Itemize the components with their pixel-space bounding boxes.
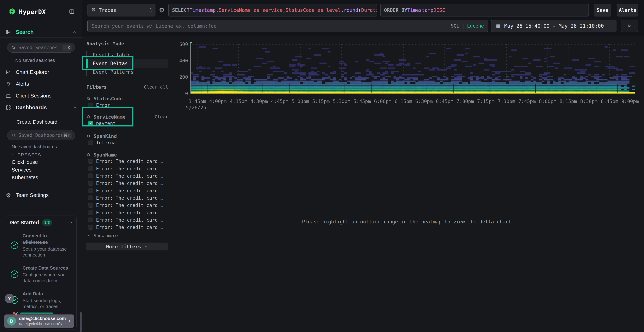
filter-group-header: SpanName — [86, 152, 168, 158]
time-range-value: May 26 15:40:00 - May 26 21:10:00 — [504, 23, 604, 29]
analysis-mode-tab[interactable]: Event Deltas — [86, 59, 168, 68]
checkbox[interactable]: ✓ — [88, 203, 93, 208]
saved-dashboards-field[interactable] — [18, 132, 62, 138]
filter-group-header: SpanKind — [86, 134, 168, 139]
saved-searches-input[interactable]: ⌘K — [7, 42, 75, 52]
search-icon[interactable] — [86, 134, 91, 139]
mode-lucene[interactable]: Lucene — [467, 23, 484, 28]
filter-option[interactable]: ✓ Error: The credit card … — [88, 180, 168, 187]
source-settings-gear-icon[interactable]: ⚙ — [156, 4, 168, 16]
more-filters-button[interactable]: More filters — [86, 242, 168, 250]
sidebar-item-client-sessions[interactable]: Client Sessions — [0, 92, 82, 100]
laptop-icon — [6, 93, 11, 98]
get-started-header[interactable]: Get Started 3/3 — [6, 216, 76, 226]
x-tick-label: 6:15pm — [395, 98, 412, 104]
get-started-item-texts: Connect to ClickHouse Set up your databa… — [22, 232, 73, 258]
checkbox[interactable]: ✓ — [88, 159, 93, 164]
get-started-item[interactable]: Create Data Sources Configure where your… — [6, 265, 76, 284]
help-button[interactable]: ? — [5, 294, 14, 303]
x-tick-label: 7:15pm — [477, 98, 495, 104]
saved-dashboards-input[interactable]: ⌘K — [7, 130, 75, 140]
filter-option[interactable]: ✓ Error: The credit card … — [88, 209, 168, 216]
filter-option[interactable]: ✓ Error: The credit card … — [88, 216, 168, 224]
sidebar-item-dashboards[interactable]: Dashboards — [0, 104, 82, 112]
sql-token: Duration — [361, 7, 377, 13]
run-query-button[interactable] — [621, 20, 638, 32]
user-menu[interactable]: D dale@clickhouse.com dale@clickhouse.co… — [4, 314, 74, 328]
show-more-link[interactable]: Show more — [87, 233, 168, 238]
filter-option[interactable]: ✓ payment — [88, 120, 168, 127]
sidebar: HyperDX Search ⌘K No saved searches — [0, 0, 82, 332]
search-icon[interactable] — [86, 96, 91, 101]
clear-filter-link[interactable]: Clear — [155, 114, 168, 120]
analysis-mode-tab[interactable]: Results Table — [87, 50, 168, 59]
check-circle-icon — [10, 241, 18, 249]
preset-item[interactable]: Services — [12, 167, 38, 174]
event-search-input[interactable] — [92, 23, 451, 29]
checkbox[interactable]: ✓ — [88, 210, 93, 215]
get-started-progress-badge: 3/3 — [42, 219, 52, 226]
alerts-button[interactable]: Alerts — [617, 4, 638, 16]
sidebar-scrollbar-thumb[interactable] — [80, 312, 82, 332]
checkbox[interactable]: ✓ — [88, 196, 93, 200]
checkbox[interactable]: ✓ — [88, 225, 93, 230]
get-started-item[interactable]: Connect to ClickHouse Set up your databa… — [6, 232, 76, 258]
checkbox[interactable]: ✓ — [88, 166, 93, 171]
time-range-picker[interactable]: May 26 15:40:00 - May 26 21:10:00 — [491, 20, 616, 32]
sidebar-item-search[interactable]: Search — [0, 28, 82, 36]
checkbox[interactable]: ✓ — [88, 188, 93, 193]
filter-option[interactable]: ✓ Error: The credit card … — [88, 172, 168, 180]
preset-item[interactable]: Kubernetes — [12, 174, 38, 182]
filter-options: ✓ Error: The credit card … ✓ Error: The … — [86, 158, 168, 231]
filter-group-statuscode: StatusCode ✓ Error — [86, 96, 168, 109]
get-started-item[interactable]: Add Data Start sending logs, metrics, or… — [6, 290, 76, 310]
filter-option[interactable]: ✓ Error: The credit card … — [88, 187, 168, 194]
logo-row: HyperDX — [0, 0, 82, 19]
create-dashboard-button[interactable]: + Create Dashboard — [0, 118, 82, 126]
chevron-up-icon[interactable] — [68, 220, 73, 225]
filter-option[interactable]: ✓ Internal — [88, 139, 168, 146]
filter-option[interactable]: ✓ Error: The credit card … — [88, 165, 168, 172]
get-started-item-title: Add Data — [22, 290, 73, 297]
filter-option[interactable]: ✓ Error: The credit card … — [88, 202, 168, 209]
search-icon — [11, 133, 16, 138]
filter-option[interactable]: ✓ Error: The credit card … — [88, 194, 168, 202]
chevron-up-icon[interactable] — [73, 106, 77, 110]
checkbox[interactable]: ✓ — [88, 103, 93, 108]
order-by-editor[interactable]: ORDER BY Timestamp DESC — [380, 4, 589, 16]
checkbox[interactable]: ✓ — [88, 174, 93, 178]
checkbox[interactable]: ✓ — [88, 181, 93, 186]
mode-sql[interactable]: SQL — [451, 23, 459, 28]
query-row: Traces ⚙ SELECT Timestamp, ServiceName a… — [88, 4, 638, 16]
duration-heatmap-canvas[interactable] — [172, 36, 644, 117]
filter-option-label: Error: The credit card … — [96, 181, 163, 186]
filter-option[interactable]: ✓ Error: The credit card … — [88, 224, 168, 231]
search-icon[interactable] — [86, 152, 91, 157]
checkbox[interactable]: ✓ — [88, 140, 93, 145]
get-started-title: Get Started — [10, 220, 39, 226]
sidebar-collapse-icon[interactable] — [69, 8, 75, 15]
checkbox[interactable]: ✓ — [88, 218, 93, 222]
hyperdx-logo-icon — [8, 8, 16, 15]
save-button[interactable]: Save — [594, 4, 611, 16]
analysis-mode-tab[interactable]: Event Patterns — [87, 68, 168, 76]
saved-searches-field[interactable] — [18, 45, 62, 50]
chevron-up-icon[interactable] — [73, 30, 77, 34]
search-icon[interactable] — [86, 115, 91, 119]
clear-all-link[interactable]: Clear all — [144, 84, 168, 90]
preset-item[interactable]: ClickHouse — [12, 159, 38, 167]
filter-option[interactable]: ✓ Error: The credit card … — [88, 158, 168, 165]
filter-option[interactable]: ✓ Error — [88, 102, 168, 109]
filter-group-spanname: SpanName ✓ Error: The credit card … ✓ Er… — [86, 152, 168, 238]
sidebar-item-alerts[interactable]: Alerts — [0, 80, 82, 88]
event-search-box[interactable]: SQL | Lucene — [88, 20, 488, 32]
y-tick-label: 200 — [172, 74, 188, 80]
sidebar-item-chart-explorer[interactable]: Chart Explorer — [0, 68, 82, 76]
presets-toggle[interactable]: PRESETS — [11, 152, 41, 158]
sql-token: , — [216, 7, 218, 13]
checkbox[interactable]: ✓ — [88, 121, 93, 126]
sql-select-editor[interactable]: SELECT Timestamp, ServiceName as service… — [168, 4, 377, 16]
x-tick-label: 9:00pm — [621, 98, 639, 104]
sidebar-item-team-settings[interactable]: ⚙ Team Settings — [0, 191, 82, 200]
source-select[interactable]: Traces — [88, 4, 156, 16]
